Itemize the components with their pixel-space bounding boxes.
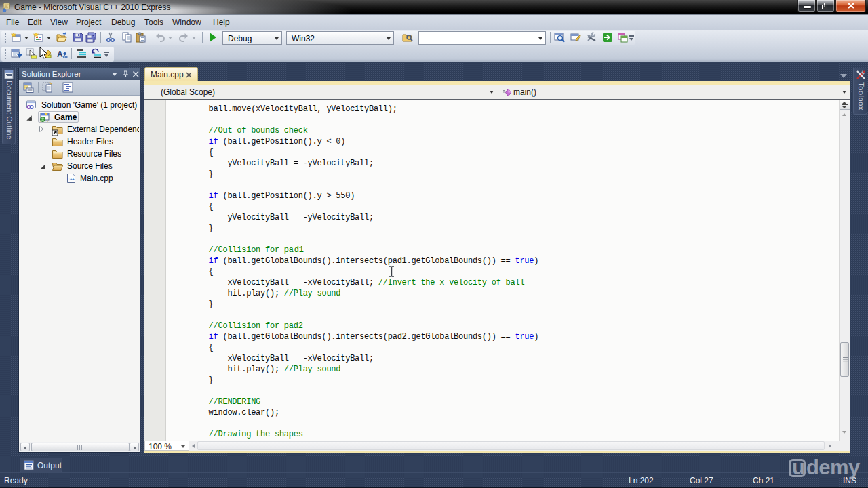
svg-text:C++: C++ [67, 177, 75, 181]
svg-text:A: A [57, 49, 63, 59]
